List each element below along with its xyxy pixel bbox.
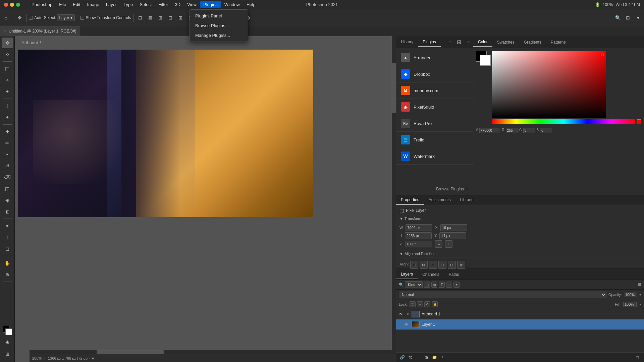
document-tab[interactable]: ✕ Untitled-1 @ 200% (Layer 1, RGB/8#)	[0, 26, 81, 36]
plugin-dropbox[interactable]: ◆ Dropbox	[396, 66, 473, 82]
artboard-tool[interactable]: ⊹	[2, 49, 13, 60]
hex-input[interactable]	[479, 128, 499, 133]
menu-window[interactable]: Window	[221, 1, 243, 8]
lock-all-btn[interactable]: 🔒	[432, 301, 438, 307]
tab-close-icon[interactable]: ✕	[4, 29, 7, 33]
patterns-tab[interactable]: Patterns	[546, 38, 571, 47]
plugins-panel-item[interactable]: Plugins Panel	[190, 11, 248, 21]
align-left-btn[interactable]: ⊟	[136, 13, 145, 22]
plugin-arranger[interactable]: ▲ Arranger	[396, 50, 473, 66]
align-distribute-header[interactable]: ▼ Align and Distribute	[399, 250, 641, 257]
arrange-button[interactable]: ⊞	[623, 13, 633, 22]
filter-dropdown[interactable]: Kind	[405, 281, 423, 288]
adjustments-tab[interactable]: Adjustments	[424, 195, 455, 205]
align-top-btn[interactable]: ⊡	[438, 261, 446, 269]
w-input[interactable]	[406, 224, 432, 231]
manage-plugins-item[interactable]: Manage Plugins...	[190, 31, 248, 40]
move-tool[interactable]: ✥	[2, 38, 13, 48]
h-input[interactable]	[405, 232, 432, 239]
menu-type[interactable]: Type	[120, 1, 136, 8]
panel-tab-arrows[interactable]: »	[446, 40, 454, 45]
channels-tab[interactable]: Channels	[418, 270, 444, 279]
h-scrollbar[interactable]	[30, 350, 396, 354]
crop-tool[interactable]: ⊹	[2, 101, 13, 111]
plugin-monday[interactable]: M monday.com	[396, 82, 473, 99]
plugins-panel-icon[interactable]: ⊞	[454, 38, 464, 47]
menu-file[interactable]: File	[56, 1, 69, 8]
align-left-btn[interactable]: ⊟	[410, 261, 418, 269]
color-spectrum[interactable]	[492, 51, 606, 118]
opacity-arrow[interactable]: ▾	[639, 293, 641, 297]
status-arrow[interactable]: ▸	[92, 356, 94, 360]
eyedropper-tool[interactable]: ✦	[2, 112, 13, 123]
layer-dropdown[interactable]: Layer ▾	[57, 14, 75, 21]
color-tab[interactable]: Color	[473, 38, 492, 47]
delete-layer-btn[interactable]: 🗑	[635, 354, 641, 361]
flip-h-btn[interactable]: ↔	[435, 240, 442, 248]
align-center-v-btn[interactable]: ⊟	[448, 261, 456, 269]
blur-tool[interactable]: ◉	[2, 195, 13, 205]
plugin-pixelsquid[interactable]: ◉ PixelSquid	[396, 99, 473, 115]
filter-shape-btn[interactable]: ◻	[446, 282, 452, 288]
plugins-panel-menu[interactable]: ≡	[464, 38, 473, 47]
lock-position-btn[interactable]: ✏	[417, 301, 423, 307]
hue-preview[interactable]	[637, 119, 641, 124]
window-controls[interactable]	[0, 3, 20, 7]
add-mask-btn[interactable]: ⬚	[415, 354, 422, 361]
align-center-h-btn[interactable]: ⊠	[420, 261, 428, 269]
zoom-tool[interactable]: ⊕	[2, 269, 13, 280]
filter-toggle[interactable]	[638, 283, 641, 286]
shape-tool[interactable]: ◻	[2, 243, 13, 254]
artboard-visibility[interactable]: 👁	[399, 312, 404, 316]
filter-type-btn[interactable]: T	[439, 282, 445, 288]
fill-input[interactable]	[623, 302, 637, 307]
dodge-tool[interactable]: ◐	[2, 206, 13, 217]
canvas-area[interactable]: Artboard 1 200% | 1	[15, 36, 396, 362]
flip-v-btn[interactable]: ↕	[445, 240, 452, 248]
artboard-expand[interactable]: ▼	[406, 312, 410, 316]
lasso-tool[interactable]: ⌖	[2, 75, 13, 85]
layer1-visibility[interactable]: 👁	[404, 322, 410, 327]
screen-mode-btn[interactable]: ⊞	[2, 349, 13, 359]
plugin-rayapro[interactable]: Rp Raya Pro	[396, 115, 473, 132]
align-bottom-btn[interactable]: ⊠	[457, 261, 465, 269]
new-group-btn[interactable]: 📁	[431, 354, 438, 361]
artboard-layer-item[interactable]: 👁 ▼ Artboard 1	[396, 309, 644, 319]
hand-tool[interactable]: ✋	[2, 258, 13, 268]
menu-view[interactable]: View	[184, 1, 200, 8]
layer1-item[interactable]: 👁 Layer 1	[396, 319, 644, 330]
filter-smart-btn[interactable]: ✦	[453, 282, 460, 288]
transform-header[interactable]: ▼ Transform	[399, 215, 641, 222]
y-input[interactable]	[439, 232, 466, 239]
v-scroll-thumb[interactable]	[392, 63, 396, 113]
h-scroll-thumb[interactable]	[97, 350, 164, 354]
brush-tool[interactable]: ✏	[2, 138, 13, 148]
background-swatch[interactable]	[480, 55, 491, 66]
x-input[interactable]	[440, 224, 467, 231]
plugins-tab[interactable]: Plugins	[418, 38, 440, 47]
r-input[interactable]	[506, 128, 518, 133]
swatches-tab[interactable]: Swatches	[492, 38, 519, 47]
eraser-tool[interactable]: ⌫	[2, 172, 13, 183]
new-layer-btn[interactable]: +	[439, 354, 446, 361]
fill-arrow[interactable]: ▾	[639, 302, 641, 307]
background-color[interactable]	[5, 328, 12, 335]
menu-image[interactable]: Image	[84, 1, 103, 8]
history-brush[interactable]: ↺	[2, 161, 13, 171]
browse-plugins-row[interactable]: Browse Plugins +	[396, 183, 473, 195]
move-tool-options[interactable]: ✥	[15, 13, 24, 22]
workspace-button[interactable]: ▾	[633, 13, 643, 22]
close-button[interactable]	[4, 3, 8, 7]
lock-artboard-btn[interactable]: ✥	[424, 301, 430, 307]
properties-tab[interactable]: Properties	[396, 195, 424, 205]
menu-photoshop[interactable]: Photoshop	[28, 1, 56, 8]
filter-pixel-btn[interactable]: ⬚	[424, 282, 430, 288]
marquee-tool[interactable]: ⬚	[2, 63, 13, 74]
opacity-input[interactable]	[624, 292, 637, 297]
show-transform-checkbox[interactable]	[80, 16, 84, 20]
blend-mode-select[interactable]: Normal	[399, 291, 606, 298]
libraries-tab[interactable]: Libraries	[455, 195, 480, 205]
clone-tool[interactable]: ✂	[2, 149, 13, 160]
pen-tool[interactable]: ✒	[2, 221, 13, 231]
paths-tab[interactable]: Paths	[444, 270, 464, 279]
